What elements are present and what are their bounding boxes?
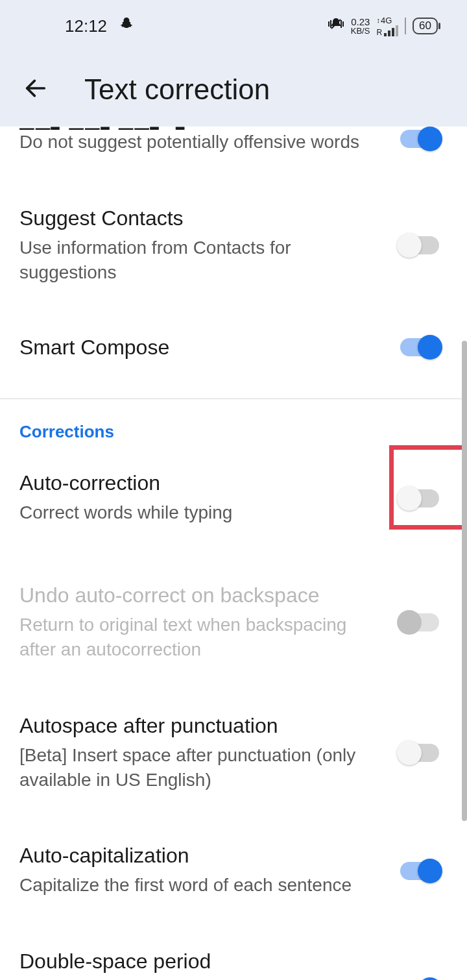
status-time: 12:12 xyxy=(65,16,107,36)
setting-undo-autocorrect: Undo auto-correct on backspace Return to… xyxy=(0,551,467,681)
toggle-auto-correction[interactable] xyxy=(397,486,442,511)
status-bar: 12:12 0.23 KB/S ↕ 4G R xyxy=(0,0,467,52)
toggle-undo-autocorrect xyxy=(397,610,442,635)
setting-title: Undo auto-correct on backspace xyxy=(19,583,377,607)
setting-autospace[interactable]: Autospace after punctuation [Beta] Inser… xyxy=(0,681,467,812)
signal-indicator: ↕ 4G R xyxy=(376,16,398,36)
setting-subtitle: Do not suggest potentially offensive wor… xyxy=(19,130,377,154)
divider-icon xyxy=(405,18,406,34)
toggle-suggest-contacts[interactable] xyxy=(397,233,442,258)
app-bar: Text correction xyxy=(0,52,467,127)
setting-title: Auto-capitalization xyxy=(19,844,377,868)
battery-indicator: 60 xyxy=(413,18,438,34)
network-speed: 0.23 KB/S xyxy=(351,17,370,35)
setting-auto-correction[interactable]: Auto-correction Correct words while typi… xyxy=(0,448,467,551)
status-left: 12:12 xyxy=(65,16,134,36)
toggle-double-space-period[interactable] xyxy=(397,977,442,980)
snapchat-icon xyxy=(119,16,134,36)
settings-list: ▄▄▖▄▄▖▄▄▖▗ ▗▄▖▄▄▖▗▄▖▄▄▖▄▄▖▗▄▖ ▗▗▗ ▗▄▖▄▄▖… xyxy=(0,127,467,980)
setting-title: Double-space period xyxy=(19,949,377,974)
setting-subtitle: [Beta] Insert space after punctuation (o… xyxy=(19,743,377,792)
setting-subtitle: Use information from Contacts for sugges… xyxy=(19,236,377,285)
setting-title: Smart Compose xyxy=(19,336,377,360)
vibrate-icon xyxy=(328,17,344,35)
toggle-autospace[interactable] xyxy=(397,741,442,765)
setting-subtitle: Correct words while typing xyxy=(19,500,377,525)
setting-title: Suggest Contacts xyxy=(19,206,377,230)
setting-title: Auto-correction xyxy=(19,471,377,495)
setting-subtitle: Return to original text when backspacing… xyxy=(19,613,377,662)
page-title: Text correction xyxy=(84,73,270,106)
setting-smart-compose[interactable]: Smart Compose xyxy=(0,304,467,387)
setting-double-space-period[interactable]: Double-space period Double tap on spaceb… xyxy=(0,917,467,980)
section-header-corrections: Corrections xyxy=(0,399,467,448)
setting-title: Autospace after punctuation xyxy=(19,714,377,738)
setting-auto-capitalization[interactable]: Auto-capitalization Capitalize the first… xyxy=(0,811,467,917)
scrollbar[interactable] xyxy=(462,341,467,821)
status-right: 0.23 KB/S ↕ 4G R 60 xyxy=(328,16,438,36)
toggle-block-offensive[interactable] xyxy=(397,127,442,151)
back-button[interactable] xyxy=(23,75,49,104)
setting-block-offensive[interactable]: ▄▄▖▄▄▖▄▄▖▗ ▗▄▖▄▄▖▗▄▖▄▄▖▄▄▖▗▄▖ ▗▗▗ ▗▄▖▄▄▖… xyxy=(0,127,467,174)
setting-suggest-contacts[interactable]: Suggest Contacts Use information from Co… xyxy=(0,174,467,304)
toggle-smart-compose[interactable] xyxy=(397,335,442,360)
setting-subtitle: Capitalize the first word of each senten… xyxy=(19,873,377,898)
toggle-auto-capitalization[interactable] xyxy=(397,859,442,883)
